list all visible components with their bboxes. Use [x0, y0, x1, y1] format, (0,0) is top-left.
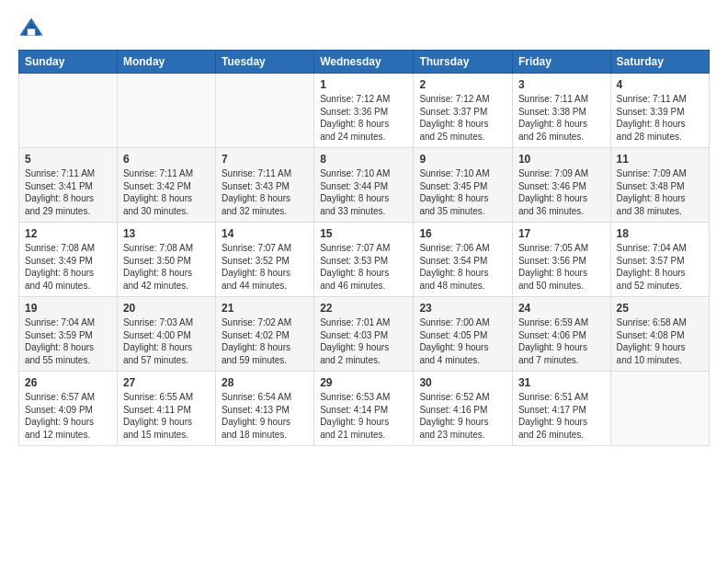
day-info: Sunrise: 7:10 AM Sunset: 3:45 PM Dayligh… [419, 167, 506, 217]
day-number: 17 [518, 227, 605, 240]
day-number: 20 [123, 302, 210, 315]
day-info: Sunrise: 7:10 AM Sunset: 3:44 PM Dayligh… [320, 167, 407, 217]
calendar-cell: 20Sunrise: 7:03 AM Sunset: 4:00 PM Dayli… [117, 297, 215, 372]
day-info: Sunrise: 7:03 AM Sunset: 4:00 PM Dayligh… [123, 316, 210, 366]
calendar-cell: 8Sunrise: 7:10 AM Sunset: 3:44 PM Daylig… [314, 148, 414, 223]
day-number: 27 [123, 376, 210, 389]
calendar-cell: 27Sunrise: 6:55 AM Sunset: 4:11 PM Dayli… [117, 372, 215, 446]
calendar-cell: 13Sunrise: 7:08 AM Sunset: 3:50 PM Dayli… [117, 223, 215, 297]
weekday-header-saturday: Saturday [610, 51, 709, 74]
day-info: Sunrise: 7:12 AM Sunset: 3:36 PM Dayligh… [320, 93, 407, 143]
day-number: 6 [123, 153, 210, 166]
day-info: Sunrise: 7:11 AM Sunset: 3:39 PM Dayligh… [617, 93, 703, 143]
day-info: Sunrise: 7:02 AM Sunset: 4:02 PM Dayligh… [222, 316, 308, 366]
weekday-header-thursday: Thursday [414, 51, 513, 74]
calendar-cell: 5Sunrise: 7:11 AM Sunset: 3:41 PM Daylig… [19, 148, 118, 223]
day-number: 14 [222, 227, 308, 240]
weekday-header-tuesday: Tuesday [215, 51, 313, 74]
day-info: Sunrise: 7:08 AM Sunset: 3:50 PM Dayligh… [123, 242, 210, 292]
calendar-cell: 9Sunrise: 7:10 AM Sunset: 3:45 PM Daylig… [414, 148, 513, 223]
day-info: Sunrise: 7:05 AM Sunset: 3:56 PM Dayligh… [518, 242, 605, 292]
calendar-cell: 29Sunrise: 6:53 AM Sunset: 4:14 PM Dayli… [314, 372, 414, 446]
calendar-cell: 25Sunrise: 6:58 AM Sunset: 4:08 PM Dayli… [610, 297, 709, 372]
calendar-cell: 28Sunrise: 6:54 AM Sunset: 4:13 PM Dayli… [215, 372, 313, 446]
calendar-cell: 24Sunrise: 6:59 AM Sunset: 4:06 PM Dayli… [512, 297, 610, 372]
day-info: Sunrise: 6:52 AM Sunset: 4:16 PM Dayligh… [419, 391, 506, 441]
weekday-header-row: SundayMondayTuesdayWednesdayThursdayFrid… [19, 51, 710, 74]
calendar-cell: 22Sunrise: 7:01 AM Sunset: 4:03 PM Dayli… [314, 297, 414, 372]
day-info: Sunrise: 7:00 AM Sunset: 4:05 PM Dayligh… [419, 316, 506, 366]
day-info: Sunrise: 7:01 AM Sunset: 4:03 PM Dayligh… [320, 316, 407, 366]
calendar-cell: 18Sunrise: 7:04 AM Sunset: 3:57 PM Dayli… [610, 223, 709, 297]
day-info: Sunrise: 7:11 AM Sunset: 3:41 PM Dayligh… [25, 167, 111, 217]
day-number: 31 [518, 376, 605, 389]
day-info: Sunrise: 7:07 AM Sunset: 3:52 PM Dayligh… [222, 242, 308, 292]
calendar-cell: 4Sunrise: 7:11 AM Sunset: 3:39 PM Daylig… [610, 74, 709, 148]
day-info: Sunrise: 7:11 AM Sunset: 3:42 PM Dayligh… [123, 167, 210, 217]
day-number: 23 [419, 302, 506, 315]
day-info: Sunrise: 7:09 AM Sunset: 3:46 PM Dayligh… [518, 167, 605, 217]
day-info: Sunrise: 7:06 AM Sunset: 3:54 PM Dayligh… [419, 242, 506, 292]
calendar-cell: 26Sunrise: 6:57 AM Sunset: 4:09 PM Dayli… [19, 372, 118, 446]
day-number: 16 [419, 227, 506, 240]
day-number: 29 [320, 376, 407, 389]
weekday-header-sunday: Sunday [19, 51, 118, 74]
day-number: 4 [617, 78, 703, 91]
day-info: Sunrise: 6:54 AM Sunset: 4:13 PM Dayligh… [222, 391, 308, 441]
calendar-cell: 12Sunrise: 7:08 AM Sunset: 3:49 PM Dayli… [19, 223, 118, 297]
day-info: Sunrise: 7:11 AM Sunset: 3:38 PM Dayligh… [518, 93, 605, 143]
day-info: Sunrise: 7:09 AM Sunset: 3:48 PM Dayligh… [617, 167, 703, 217]
day-number: 11 [617, 153, 703, 166]
day-number: 13 [123, 227, 210, 240]
day-info: Sunrise: 7:04 AM Sunset: 3:57 PM Dayligh… [617, 242, 703, 292]
calendar-cell: 23Sunrise: 7:00 AM Sunset: 4:05 PM Dayli… [414, 297, 513, 372]
calendar-cell: 30Sunrise: 6:52 AM Sunset: 4:16 PM Dayli… [414, 372, 513, 446]
page: SundayMondayTuesdayWednesdayThursdayFrid… [0, 0, 728, 563]
calendar-cell: 21Sunrise: 7:02 AM Sunset: 4:02 PM Dayli… [215, 297, 313, 372]
day-number: 12 [25, 227, 111, 240]
day-info: Sunrise: 6:59 AM Sunset: 4:06 PM Dayligh… [518, 316, 605, 366]
day-info: Sunrise: 6:58 AM Sunset: 4:08 PM Dayligh… [617, 316, 703, 366]
day-number: 2 [419, 78, 506, 91]
calendar-week-0: 1Sunrise: 7:12 AM Sunset: 3:36 PM Daylig… [19, 74, 710, 148]
day-number: 28 [222, 376, 308, 389]
calendar-week-3: 19Sunrise: 7:04 AM Sunset: 3:59 PM Dayli… [19, 297, 710, 372]
calendar-week-4: 26Sunrise: 6:57 AM Sunset: 4:09 PM Dayli… [19, 372, 710, 446]
day-number: 18 [617, 227, 703, 240]
day-info: Sunrise: 7:12 AM Sunset: 3:37 PM Dayligh… [419, 93, 506, 143]
day-info: Sunrise: 7:08 AM Sunset: 3:49 PM Dayligh… [25, 242, 111, 292]
day-info: Sunrise: 7:11 AM Sunset: 3:43 PM Dayligh… [222, 167, 308, 217]
weekday-header-wednesday: Wednesday [314, 51, 414, 74]
day-number: 24 [518, 302, 605, 315]
calendar-cell: 19Sunrise: 7:04 AM Sunset: 3:59 PM Dayli… [19, 297, 118, 372]
header [18, 15, 710, 40]
calendar-cell [610, 372, 709, 446]
day-number: 30 [419, 376, 506, 389]
day-number: 21 [222, 302, 308, 315]
calendar-cell: 17Sunrise: 7:05 AM Sunset: 3:56 PM Dayli… [512, 223, 610, 297]
calendar-cell: 11Sunrise: 7:09 AM Sunset: 3:48 PM Dayli… [610, 148, 709, 223]
calendar-cell: 1Sunrise: 7:12 AM Sunset: 3:36 PM Daylig… [314, 74, 414, 148]
calendar-table: SundayMondayTuesdayWednesdayThursdayFrid… [18, 50, 710, 446]
calendar-cell: 31Sunrise: 6:51 AM Sunset: 4:17 PM Dayli… [512, 372, 610, 446]
day-number: 9 [419, 153, 506, 166]
day-number: 5 [25, 153, 111, 166]
day-number: 22 [320, 302, 407, 315]
day-number: 26 [25, 376, 111, 389]
day-info: Sunrise: 7:04 AM Sunset: 3:59 PM Dayligh… [25, 316, 111, 366]
calendar-cell: 2Sunrise: 7:12 AM Sunset: 3:37 PM Daylig… [414, 74, 513, 148]
logo [18, 15, 48, 40]
calendar-cell: 14Sunrise: 7:07 AM Sunset: 3:52 PM Dayli… [215, 223, 313, 297]
calendar-cell [117, 74, 215, 148]
day-number: 3 [518, 78, 605, 91]
calendar-cell [19, 74, 118, 148]
calendar-week-1: 5Sunrise: 7:11 AM Sunset: 3:41 PM Daylig… [19, 148, 710, 223]
day-number: 19 [25, 302, 111, 315]
day-info: Sunrise: 6:51 AM Sunset: 4:17 PM Dayligh… [518, 391, 605, 441]
day-number: 25 [617, 302, 703, 315]
weekday-header-monday: Monday [117, 51, 215, 74]
logo-icon [18, 15, 44, 40]
weekday-header-friday: Friday [512, 51, 610, 74]
calendar-cell: 7Sunrise: 7:11 AM Sunset: 3:43 PM Daylig… [215, 148, 313, 223]
calendar-cell: 10Sunrise: 7:09 AM Sunset: 3:46 PM Dayli… [512, 148, 610, 223]
